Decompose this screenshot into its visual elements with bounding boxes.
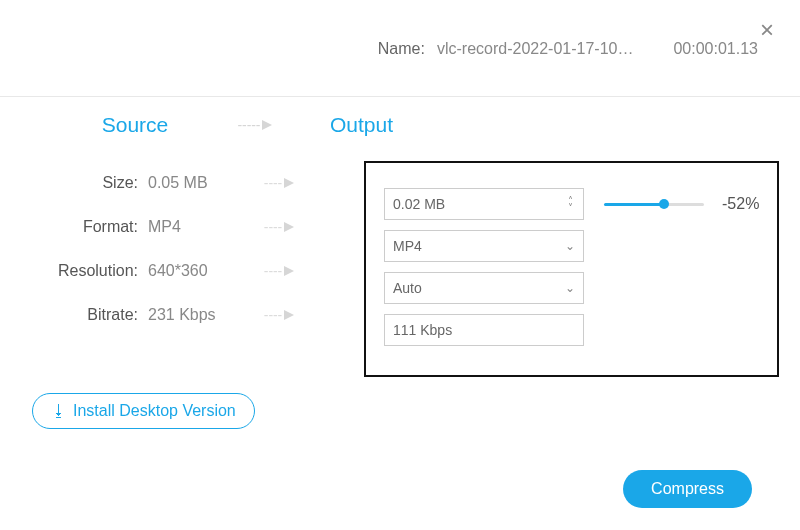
tab-source[interactable]: Source bbox=[80, 113, 190, 137]
format-row: Format: MP4 - - - - bbox=[44, 205, 364, 249]
bitrate-value: 231 Kbps bbox=[144, 306, 244, 324]
arrow-icon: - - - - - bbox=[238, 117, 273, 133]
output-format-value: MP4 bbox=[393, 238, 422, 254]
slider-thumb[interactable] bbox=[659, 199, 669, 209]
arrow-icon: - - - - bbox=[264, 263, 294, 279]
tabs: Source - - - - - Output bbox=[0, 97, 800, 153]
output-resolution-select[interactable]: Auto ⌄ bbox=[384, 272, 584, 304]
name-label: Name: bbox=[378, 40, 425, 58]
output-size-stepper[interactable]: 0.02 MB ˄˅ bbox=[384, 188, 584, 220]
close-icon[interactable]: × bbox=[760, 18, 774, 42]
output-panel: 0.02 MB ˄˅ -52% MP4 ⌄ Auto ⌄ bbox=[364, 161, 779, 377]
output-format-select[interactable]: MP4 ⌄ bbox=[384, 230, 584, 262]
output-size-value: 0.02 MB bbox=[393, 196, 445, 212]
size-label: Size: bbox=[44, 174, 144, 192]
download-icon: ⭳ bbox=[51, 402, 67, 420]
chevron-down-icon: ⌄ bbox=[565, 281, 575, 295]
format-label: Format: bbox=[44, 218, 144, 236]
arrow-icon: - - - - bbox=[264, 175, 294, 191]
bitrate-row: Bitrate: 231 Kbps - - - - bbox=[44, 293, 364, 337]
chevron-down-icon: ⌄ bbox=[565, 239, 575, 253]
size-row: Size: 0.05 MB - - - - bbox=[44, 161, 364, 205]
header: Name: vlc-record-2022-01-17-10… 00:00:01… bbox=[0, 2, 800, 97]
duration: 00:00:01.13 bbox=[673, 40, 758, 58]
resolution-label: Resolution: bbox=[44, 262, 144, 280]
bitrate-label: Bitrate: bbox=[44, 306, 144, 324]
install-label: Install Desktop Version bbox=[73, 402, 236, 420]
compression-percent: -52% bbox=[722, 195, 759, 213]
source-column: Size: 0.05 MB - - - - Format: MP4 - - - … bbox=[34, 161, 364, 377]
output-bitrate-field[interactable]: 111 Kbps bbox=[384, 314, 584, 346]
resolution-value: 640*360 bbox=[144, 262, 244, 280]
install-desktop-button[interactable]: ⭳ Install Desktop Version bbox=[32, 393, 255, 429]
size-slider[interactable] bbox=[604, 203, 704, 206]
output-bitrate-value: 111 Kbps bbox=[393, 322, 452, 338]
output-resolution-value: Auto bbox=[393, 280, 422, 296]
compress-button[interactable]: Compress bbox=[623, 470, 752, 508]
tab-output[interactable]: Output bbox=[330, 113, 393, 137]
stepper-icon[interactable]: ˄˅ bbox=[565, 197, 575, 211]
resolution-row: Resolution: 640*360 - - - - bbox=[44, 249, 364, 293]
size-value: 0.05 MB bbox=[144, 174, 244, 192]
format-value: MP4 bbox=[144, 218, 244, 236]
arrow-icon: - - - - bbox=[264, 307, 294, 323]
arrow-icon: - - - - bbox=[264, 219, 294, 235]
file-name: vlc-record-2022-01-17-10… bbox=[437, 40, 634, 58]
